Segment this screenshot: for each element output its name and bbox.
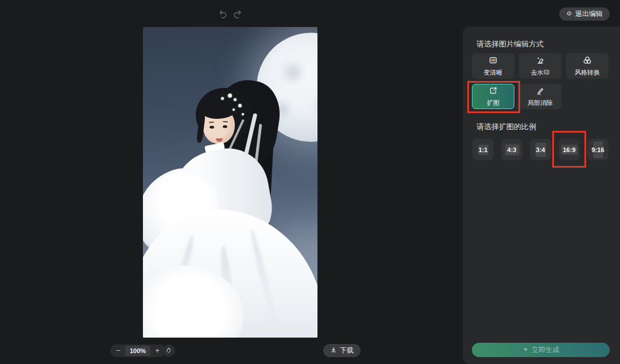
ratio-section-title: 请选择扩图的比例: [476, 122, 536, 132]
generate-label: 立即生成: [532, 345, 559, 355]
tool-label: 变清晰: [484, 68, 503, 77]
svg-text:HD: HD: [491, 59, 495, 62]
tool-grid: HD 变清晰 去水印 风格转换 扩图 局部消除: [472, 53, 609, 109]
download-button[interactable]: 下载: [323, 344, 361, 357]
ratio-4-3-button[interactable]: 4:3: [501, 139, 522, 160]
generate-button[interactable]: 立即生成: [472, 343, 610, 357]
pearl-ornament: [228, 94, 232, 98]
exit-edit-label: 退出编辑: [575, 9, 603, 19]
sparkle-icon: [522, 346, 529, 354]
ratio-row: 1:1 4:3 3:4 16:9 9:16: [472, 139, 609, 160]
ratio-16-9-button[interactable]: 16:9: [559, 139, 580, 160]
hand-icon: [165, 347, 172, 355]
ratio-label: 9:16: [587, 139, 609, 160]
expand-icon: [489, 86, 498, 97]
tool-label: 去水印: [531, 68, 550, 77]
brush-icon: [536, 86, 545, 97]
ratio-1-1-button[interactable]: 1:1: [472, 139, 494, 160]
download-label: 下载: [340, 346, 354, 355]
color-circles-icon: [583, 56, 592, 67]
redo-icon[interactable]: [232, 8, 243, 20]
ratio-3-4-button[interactable]: 3:4: [530, 139, 551, 160]
power-icon: [566, 10, 572, 18]
tool-clarify-button[interactable]: HD 变清晰: [472, 53, 514, 79]
zoom-out-button[interactable]: −: [114, 346, 123, 355]
hd-icon: HD: [489, 56, 498, 67]
zoom-level: 100%: [125, 346, 150, 356]
download-icon: [330, 346, 337, 355]
undo-icon[interactable]: [217, 8, 228, 20]
ratio-label: 4:3: [501, 139, 522, 160]
exit-edit-button[interactable]: 退出编辑: [559, 7, 610, 21]
tool-style-transfer-button[interactable]: 风格转换: [566, 53, 609, 79]
edit-panel: 请选择图片编辑方式 HD 变清晰 去水印 风格转换 扩图 局部消除 请选择扩图的…: [463, 26, 620, 364]
zoom-controls: − 100% +: [110, 344, 165, 357]
tool-label: 局部消除: [528, 99, 553, 107]
tool-remove-watermark-button[interactable]: 去水印: [519, 53, 561, 79]
zoom-in-button[interactable]: +: [153, 346, 162, 355]
pan-tool-button[interactable]: [162, 344, 175, 357]
eraser-icon: [536, 56, 545, 67]
tool-local-erase-button[interactable]: 局部消除: [519, 84, 561, 109]
ratio-9-16-button[interactable]: 9:16: [587, 139, 609, 160]
ratio-label: 3:4: [530, 139, 551, 160]
ratio-label: 1:1: [472, 139, 494, 160]
edited-image: [143, 27, 317, 338]
panel-title: 请选择图片编辑方式: [476, 39, 544, 49]
tool-label: 风格转换: [575, 68, 600, 77]
tool-expand-button[interactable]: 扩图: [472, 84, 514, 109]
ratio-label: 16:9: [559, 139, 580, 160]
tool-label: 扩图: [487, 99, 499, 107]
